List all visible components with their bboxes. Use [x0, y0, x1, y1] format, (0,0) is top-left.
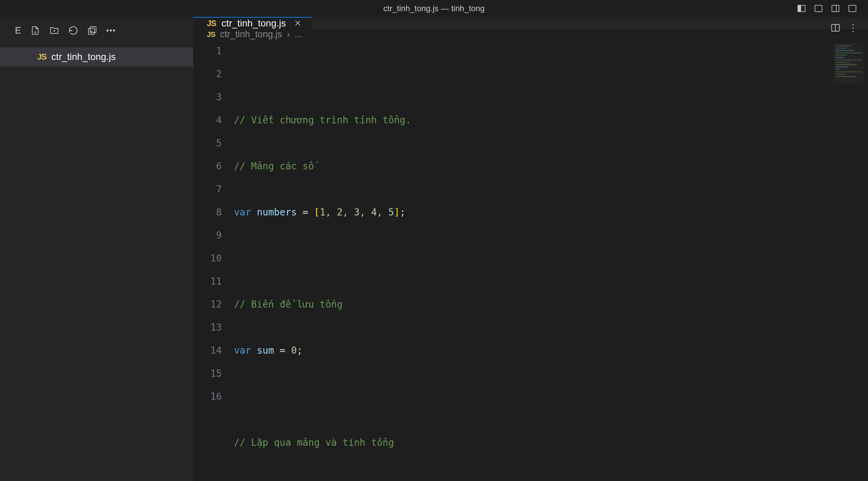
js-file-icon: JS — [207, 30, 215, 39]
explorer-label: E — [15, 25, 22, 36]
line-number: 14 — [193, 339, 222, 362]
more-actions-icon[interactable]: ••• — [106, 25, 117, 36]
svg-rect-2 — [815, 5, 822, 12]
window-title: ctr_tinh_tong.js — tinh_tong — [383, 4, 485, 13]
line-number: 11 — [193, 270, 222, 293]
explorer-file-list: JS ctr_tinh_tong.js — [0, 44, 193, 66]
js-file-icon: JS — [207, 19, 216, 28]
line-number: 2 — [193, 63, 222, 86]
line-number: 4 — [193, 109, 222, 132]
split-editor-icon[interactable] — [830, 22, 841, 33]
titlebar-layout-controls — [796, 3, 858, 14]
line-number: 6 — [193, 155, 222, 178]
svg-rect-10 — [90, 27, 96, 33]
code-content[interactable]: // Viết chương trình tính tổng. // Mảng … — [234, 40, 868, 481]
line-number: 9 — [193, 224, 222, 247]
titlebar: ctr_tinh_tong.js — tinh_tong — [0, 0, 868, 17]
line-number-gutter: 12345678910111213141516 — [193, 40, 234, 481]
line-number: 13 — [193, 316, 222, 339]
svg-rect-3 — [832, 5, 839, 12]
editor-actions: ⋮ — [830, 22, 859, 33]
line-number: 16 — [193, 385, 222, 408]
more-editor-actions-icon[interactable]: ⋮ — [848, 22, 859, 33]
editor-tabs: JS ctr_tinh_tong.js — [193, 17, 868, 29]
new-file-icon[interactable] — [30, 25, 41, 36]
line-number: 3 — [193, 86, 222, 109]
breadcrumb[interactable]: JS ctr_tinh_tong.js › ... — [193, 29, 868, 40]
line-number: 1 — [193, 40, 222, 63]
new-folder-icon[interactable] — [49, 25, 60, 36]
breadcrumb-separator: › — [287, 29, 290, 40]
close-icon[interactable] — [294, 18, 301, 29]
svg-rect-5 — [849, 5, 856, 12]
line-number: 7 — [193, 178, 222, 201]
explorer-file-item[interactable]: JS ctr_tinh_tong.js — [0, 47, 193, 66]
layout-customize-icon[interactable] — [847, 3, 858, 14]
editor-panel: JS ctr_tinh_tong.js ⋮ JS ctr_tinh_tong.j… — [193, 17, 868, 481]
line-number: 15 — [193, 362, 222, 385]
layout-panel-bottom-icon[interactable] — [813, 3, 824, 14]
line-number: 5 — [193, 132, 222, 155]
breadcrumb-tail: ... — [295, 29, 302, 40]
minimap[interactable] — [833, 43, 864, 84]
line-number: 8 — [193, 201, 222, 224]
explorer-file-name: ctr_tinh_tong.js — [51, 51, 116, 62]
code-editor[interactable]: 12345678910111213141516 // Viết chương t… — [193, 40, 868, 481]
layout-panel-left-icon[interactable] — [796, 3, 807, 14]
tab-active[interactable]: JS ctr_tinh_tong.js — [193, 17, 312, 29]
layout-panel-right-icon[interactable] — [830, 3, 841, 14]
explorer-sidebar: E ••• JS ctr_tinh_tong.js — [0, 17, 193, 481]
breadcrumb-file: ctr_tinh_tong.js — [220, 29, 282, 40]
refresh-icon[interactable] — [68, 25, 79, 36]
tab-label: ctr_tinh_tong.js — [221, 18, 286, 29]
js-file-icon: JS — [37, 52, 46, 62]
line-number: 12 — [193, 293, 222, 316]
line-number: 10 — [193, 247, 222, 270]
explorer-header: E ••• — [0, 17, 193, 44]
svg-rect-1 — [798, 5, 801, 12]
collapse-all-icon[interactable] — [87, 25, 98, 36]
